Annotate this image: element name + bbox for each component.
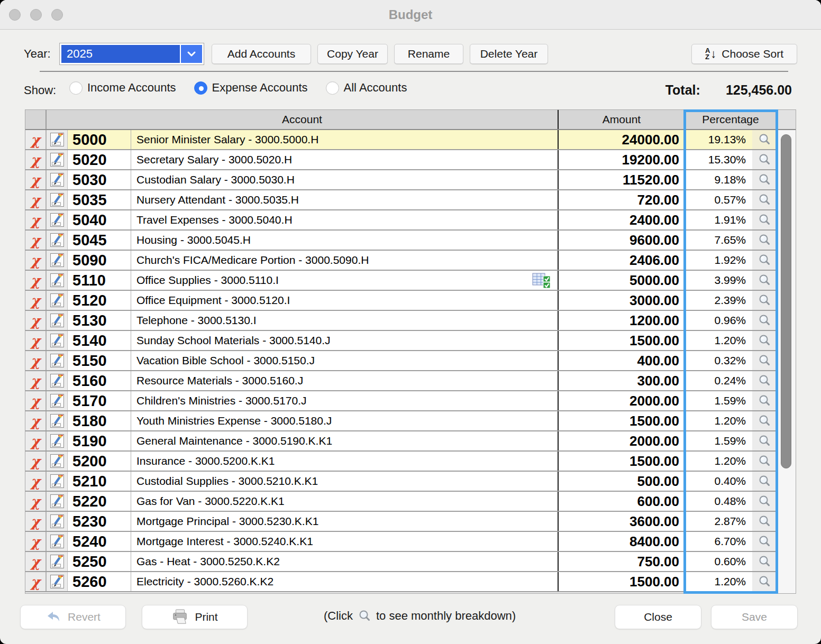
edit-account-cell[interactable] — [47, 431, 68, 450]
magnifier-icon[interactable] — [758, 575, 771, 588]
choose-sort-button[interactable]: AZ ↓ Choose Sort — [691, 44, 797, 64]
account-name-cell[interactable]: Travel Expenses - 3000.5040.H — [131, 210, 558, 229]
magnifier-cell[interactable] — [752, 411, 777, 430]
delete-account-cell[interactable]: χ — [25, 231, 47, 250]
magnifier-cell[interactable] — [752, 251, 777, 270]
account-name-cell[interactable]: Telephone - 3000.5130.I — [131, 311, 558, 330]
amount-value[interactable]: 1500.00 — [558, 452, 685, 471]
edit-account-cell[interactable] — [47, 351, 68, 370]
revert-button[interactable]: Revert — [20, 605, 126, 629]
account-name-cell[interactable]: Vacation Bible School - 3000.5150.J — [131, 351, 558, 370]
amount-value[interactable]: 11520.00 — [558, 170, 685, 189]
edit-account-cell[interactable] — [47, 411, 68, 430]
year-select[interactable]: 2025 — [59, 43, 204, 65]
save-button[interactable]: Save — [711, 605, 798, 629]
delete-x-icon[interactable]: χ — [31, 514, 40, 529]
magnifier-cell[interactable] — [752, 371, 777, 390]
account-name-cell[interactable]: Mortgage Interest - 3000.5240.K.K1 — [131, 532, 558, 551]
amount-value[interactable]: 750.00 — [558, 552, 685, 571]
edit-account-cell[interactable] — [47, 190, 68, 209]
delete-account-cell[interactable]: χ — [25, 452, 47, 471]
amount-value[interactable]: 2000.00 — [558, 431, 685, 450]
delete-x-icon[interactable]: χ — [31, 394, 40, 408]
edit-account-cell[interactable] — [47, 532, 68, 551]
magnifier-cell[interactable] — [752, 150, 777, 169]
amount-value[interactable]: 3600.00 — [558, 512, 685, 531]
amount-value[interactable]: 1200.00 — [558, 311, 685, 330]
account-name-cell[interactable]: Youth Ministries Expense - 3000.5180.J — [131, 411, 558, 430]
magnifier-cell[interactable] — [752, 231, 777, 250]
account-name-cell[interactable]: General Maintenance - 3000.5190.K.K1 — [131, 431, 558, 450]
amount-value[interactable]: 2406.00 — [558, 251, 685, 270]
edit-account-cell[interactable] — [47, 452, 68, 471]
delete-account-cell[interactable]: χ — [25, 130, 47, 149]
delete-x-icon[interactable]: χ — [31, 213, 40, 227]
vertical-scrollbar[interactable] — [777, 130, 796, 593]
scrollbar-thumb[interactable] — [781, 134, 791, 468]
delete-x-icon[interactable]: χ — [31, 334, 40, 348]
radio-icon[interactable] — [69, 81, 83, 95]
account-name-cell[interactable]: Office Equipment - 3000.5120.I — [131, 291, 558, 310]
edit-account-cell[interactable] — [47, 291, 68, 310]
radio-all-accounts[interactable]: All Accounts — [326, 81, 407, 95]
magnifier-icon[interactable] — [758, 193, 771, 207]
magnifier-cell[interactable] — [752, 552, 777, 571]
edit-account-cell[interactable] — [47, 311, 68, 330]
account-name-cell[interactable]: Gas for Van - 3000.5220.K.K1 — [131, 492, 558, 511]
amount-value[interactable]: 3000.00 — [558, 291, 685, 310]
account-name-cell[interactable]: Insurance - 3000.5200.K.K1 — [131, 452, 558, 471]
magnifier-cell[interactable] — [752, 271, 777, 290]
delete-x-icon[interactable]: χ — [31, 454, 40, 468]
magnifier-icon[interactable] — [758, 253, 771, 267]
account-name-cell[interactable]: Church's FICA/Medicare Portion - 3000.50… — [131, 251, 558, 270]
magnifier-icon[interactable] — [758, 293, 771, 307]
edit-account-cell[interactable] — [47, 150, 68, 169]
magnifier-icon[interactable] — [758, 555, 771, 568]
magnifier-icon[interactable] — [758, 153, 771, 167]
delete-account-cell[interactable]: χ — [25, 472, 47, 491]
delete-account-cell[interactable]: χ — [25, 210, 47, 229]
delete-account-cell[interactable]: χ — [25, 411, 47, 430]
magnifier-icon[interactable] — [758, 474, 771, 488]
magnifier-icon[interactable] — [758, 434, 771, 448]
close-window-button[interactable] — [9, 9, 21, 21]
radio-expense-accounts[interactable]: Expense Accounts — [194, 81, 308, 95]
edit-account-cell[interactable] — [47, 572, 68, 591]
account-name-cell[interactable]: Secretary Salary - 3000.5020.H — [131, 150, 558, 169]
account-name-cell[interactable]: Office Supplies - 3000.5110.I — [131, 271, 558, 290]
delete-account-cell[interactable]: χ — [25, 391, 47, 410]
delete-x-icon[interactable]: χ — [31, 535, 40, 549]
edit-account-cell[interactable] — [47, 552, 68, 571]
magnifier-icon[interactable] — [758, 494, 771, 508]
magnifier-icon[interactable] — [758, 374, 771, 388]
delete-x-icon[interactable]: χ — [31, 575, 40, 589]
delete-x-icon[interactable]: χ — [31, 153, 40, 167]
delete-account-cell[interactable]: χ — [25, 552, 47, 571]
magnifier-cell[interactable] — [752, 572, 777, 591]
delete-account-cell[interactable]: χ — [25, 572, 47, 591]
magnifier-cell[interactable] — [752, 190, 777, 209]
edit-account-cell[interactable] — [47, 271, 68, 290]
magnifier-cell[interactable] — [752, 351, 777, 370]
amount-value[interactable]: 600.00 — [558, 492, 685, 511]
magnifier-cell[interactable] — [752, 431, 777, 450]
delete-account-cell[interactable]: χ — [25, 431, 47, 450]
edit-account-cell[interactable] — [47, 231, 68, 250]
delete-account-cell[interactable]: χ — [25, 311, 47, 330]
print-button[interactable]: Print — [142, 605, 248, 629]
minimize-window-button[interactable] — [30, 9, 42, 21]
delete-account-cell[interactable]: χ — [25, 331, 47, 350]
amount-value[interactable]: 300.00 — [558, 371, 685, 390]
amount-value[interactable]: 5000.00 — [558, 271, 685, 290]
delete-account-cell[interactable]: χ — [25, 251, 47, 270]
amount-value[interactable]: 9600.00 — [558, 231, 685, 250]
delete-x-icon[interactable]: χ — [31, 374, 40, 388]
delete-account-cell[interactable]: χ — [25, 190, 47, 209]
account-name-cell[interactable]: Electricity - 3000.5260.K.K2 — [131, 572, 558, 591]
delete-account-cell[interactable]: χ — [25, 532, 47, 551]
magnifier-icon[interactable] — [758, 394, 771, 408]
account-name-cell[interactable]: Children's Ministries - 3000.5170.J — [131, 391, 558, 410]
edit-account-cell[interactable] — [47, 251, 68, 270]
edit-account-cell[interactable] — [47, 512, 68, 531]
magnifier-cell[interactable] — [752, 311, 777, 330]
